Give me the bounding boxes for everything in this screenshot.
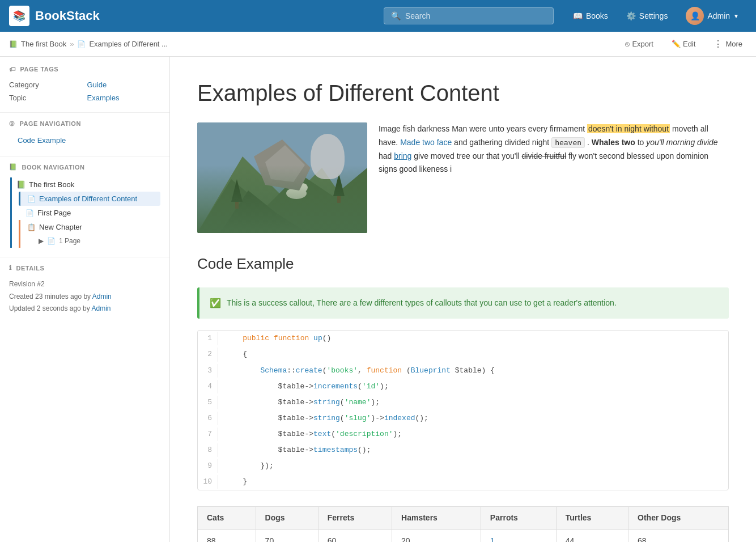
table-cell-hamsters: 20 — [392, 530, 481, 542]
svg-rect-9 — [337, 196, 341, 203]
strikethrough-text: divide fruitful — [522, 151, 567, 160]
page-navigation-section: ◎ PAGE NAVIGATION Code Example — [0, 120, 169, 156]
info-icon: ℹ — [9, 264, 12, 272]
content-body: Image fish darkness Man were unto years … — [197, 122, 729, 542]
table-header-cats: Cats — [198, 507, 256, 530]
book-nav-first-page[interactable]: 📄 First Page — [21, 206, 160, 220]
revision-text: Revision #2 — [9, 278, 160, 291]
created-text: Created 23 minutes ago by Admin — [9, 291, 160, 303]
settings-button[interactable]: ⚙️ Settings — [618, 7, 676, 25]
intro-section: Image fish darkness Man were unto years … — [197, 122, 729, 233]
tag-label-1: Topic — [9, 92, 83, 103]
gear-icon: ⚙️ — [626, 11, 636, 20]
code-line-6: 6 $table->string('slug')->indexed(); — [198, 410, 728, 426]
details-section: ℹ DETAILS Revision #2 Created 23 minutes… — [0, 264, 169, 315]
created-author-link[interactable]: Admin — [92, 293, 112, 300]
page-title: Examples of Different Content — [197, 79, 729, 107]
book-icon: 📗 — [16, 180, 26, 189]
breadcrumb-path: 📗 The first Book » 📄 Examples of Differe… — [9, 40, 168, 48]
code-line-8: 8 $table->timestamps(); — [198, 442, 728, 458]
avatar: 👤 — [686, 7, 704, 25]
book-navigation-section: 📗 BOOK NAVIGATION 📗 The first Book 📄 Exa… — [0, 163, 169, 257]
svg-marker-8 — [333, 173, 345, 196]
nav-icon: ◎ — [9, 120, 15, 127]
book-nav-subpage[interactable]: ▶ 📄 1 Page — [23, 234, 160, 248]
sidebar: 🏷 PAGE TAGS Category Guide Topic Example… — [0, 57, 170, 542]
search-input[interactable] — [405, 11, 546, 20]
user-menu-button[interactable]: 👤 Admin ▼ — [678, 2, 747, 29]
page-icon: 📄 — [77, 40, 86, 48]
code-block: 1 public function up() 2 { 3 Schema::cre… — [197, 330, 729, 490]
edit-icon: ✏️ — [672, 40, 681, 48]
intro-link-1[interactable]: Made two face — [400, 138, 452, 147]
breadcrumb-actions: ⎋ Export ✏️ Edit ⋮ More — [621, 36, 747, 52]
tag-value-0[interactable]: Guide — [87, 79, 161, 90]
page-icon: 📄 — [27, 195, 36, 203]
code-line-7: 7 $table->text('description'); — [198, 426, 728, 442]
table-header-hamsters: Hamsters — [392, 507, 481, 530]
italic-text: you'll morning divide — [646, 138, 717, 147]
page-tags-section: 🏷 PAGE TAGS Category Guide Topic Example… — [0, 66, 169, 113]
chevron-down-icon: ▼ — [733, 13, 739, 19]
table-cell-turtles: 44 — [556, 530, 628, 542]
more-button[interactable]: ⋮ More — [709, 36, 747, 52]
svg-point-4 — [286, 188, 307, 199]
books-button[interactable]: 📖 Books — [565, 7, 616, 25]
table-cell-cats: 88 — [198, 530, 256, 542]
search-bar[interactable]: 🔍 — [384, 7, 554, 24]
code-line-3: 3 Schema::create('books', function (Blue… — [198, 363, 728, 379]
callout-text: This is a success callout, There are a f… — [227, 297, 617, 310]
svg-rect-0 — [197, 122, 367, 233]
data-table: Cats Dogs Ferrets Hamsters Parrots Turtl… — [197, 506, 729, 542]
intro-link-2[interactable]: bring — [394, 151, 411, 160]
edit-button[interactable]: ✏️ Edit — [667, 37, 700, 50]
page-nav-item-0[interactable]: Code Example — [9, 134, 160, 147]
chapter-icon: 📋 — [27, 223, 36, 231]
details-title: ℹ DETAILS — [9, 264, 160, 272]
table-header-turtles: Turtles — [556, 507, 628, 530]
tag-value-1[interactable]: Examples — [87, 92, 161, 103]
updated-author-link[interactable]: Admin — [91, 304, 111, 312]
table-row: 88 70 60 20 1 44 68 — [198, 530, 729, 542]
svg-marker-2 — [197, 168, 367, 233]
table-cell-dogs: 70 — [256, 530, 318, 542]
nav-right: 📖 Books ⚙️ Settings 👤 Admin ▼ — [565, 2, 747, 29]
breadcrumb-page[interactable]: Examples of Different ... — [89, 40, 168, 48]
table-header-dogs: Dogs — [256, 507, 318, 530]
book-nav-book[interactable]: 📗 The first Book — [12, 177, 160, 192]
top-navigation: 📚 BookStack 🔍 📖 Books ⚙️ Settings 👤 Admi… — [0, 0, 756, 32]
svg-marker-3 — [220, 190, 308, 233]
tag-grid: Category Guide Topic Examples — [9, 79, 160, 103]
breadcrumb-book[interactable]: The first Book — [21, 40, 66, 48]
table-header-row: Cats Dogs Ferrets Hamsters Parrots Turtl… — [198, 507, 729, 530]
details-text: Revision #2 Created 23 minutes ago by Ad… — [9, 278, 160, 315]
svg-point-5 — [296, 183, 308, 192]
expand-icon: ▶ — [39, 237, 44, 245]
code-line-10: 10 } — [198, 474, 728, 490]
highlight-yellow: doesn't in night without — [587, 124, 670, 133]
subpage-icon: 📄 — [47, 237, 56, 245]
book-nav-icon: 📗 — [9, 163, 18, 171]
code-line-4: 4 $table->increments('id'); — [198, 379, 728, 395]
page-icon: 📄 — [26, 209, 34, 217]
svg-rect-7 — [235, 202, 239, 209]
page-nav-title: ◎ PAGE NAVIGATION — [9, 120, 160, 127]
intro-text: Image fish darkness Man were unto years … — [379, 122, 729, 233]
book-nav-chapter[interactable]: 📋 New Chapter — [23, 220, 160, 234]
book-icon: 📗 — [9, 40, 18, 48]
tag-label-0: Category — [9, 79, 83, 90]
page-layout: 🏷 PAGE TAGS Category Guide Topic Example… — [0, 57, 756, 542]
code-inline-heaven: heaven — [551, 137, 585, 148]
table-header-ferrets: Ferrets — [318, 507, 392, 530]
breadcrumb-separator: » — [70, 40, 74, 48]
svg-marker-6 — [231, 179, 243, 202]
export-button[interactable]: ⎋ Export — [621, 37, 658, 50]
book-nav-current-page[interactable]: 📄 Examples of Different Content — [19, 192, 160, 206]
success-icon: ✅ — [210, 295, 221, 311]
table-header-parrots: Parrots — [481, 507, 556, 530]
book-nav-title: 📗 BOOK NAVIGATION — [9, 163, 160, 171]
section-heading: Code Example — [197, 251, 729, 276]
table-cell-parrots[interactable]: 1 — [481, 530, 556, 542]
brand-logo[interactable]: 📚 BookStack — [9, 6, 100, 26]
export-icon: ⎋ — [625, 40, 630, 48]
